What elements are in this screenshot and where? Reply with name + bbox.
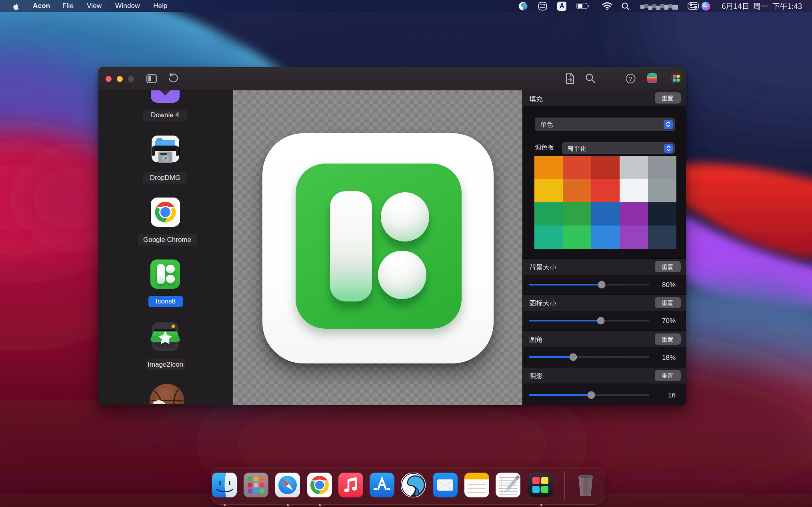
svg-text:70%: 70% [662,317,676,325]
svg-text:?: ? [629,75,632,82]
svg-text:80%: 80% [662,281,676,289]
svg-text:18%: 18% [662,353,676,361]
svg-text:16: 16 [668,391,676,399]
